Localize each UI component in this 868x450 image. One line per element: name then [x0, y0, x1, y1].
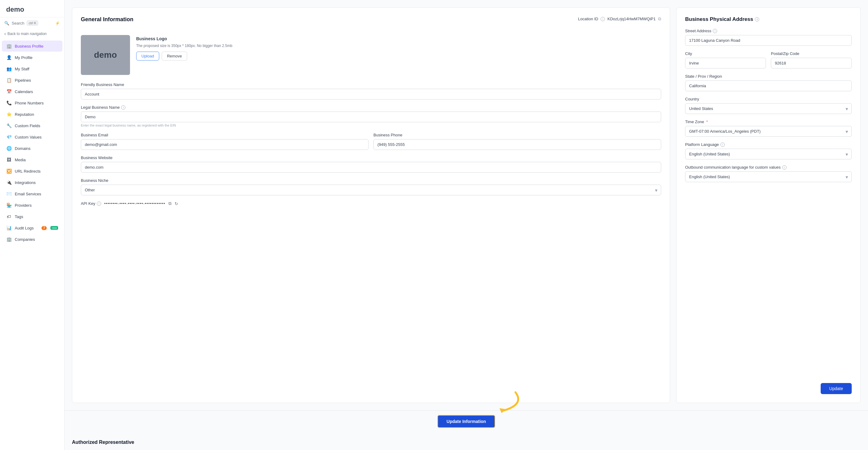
city-label: City [685, 51, 766, 56]
tags-icon: 🏷 [6, 214, 12, 219]
api-key-info-icon[interactable]: i [97, 201, 101, 206]
sidebar-item-label-audit-logs: Audit Logs [15, 226, 33, 230]
update-information-button[interactable]: Update Information [437, 415, 495, 428]
legal-business-name-input[interactable] [81, 111, 661, 122]
phone-numbers-icon: 📞 [6, 100, 12, 106]
business-niche-group: Business Niche Other [81, 178, 661, 195]
sidebar-item-integrations[interactable]: 🔌 Integrations [2, 177, 62, 188]
street-address-group: Street Address i [685, 29, 852, 46]
street-info-icon[interactable]: i [713, 29, 717, 33]
sidebar-item-label-tags: Tags [15, 215, 23, 219]
street-address-input[interactable] [685, 35, 852, 46]
update-button[interactable]: Update [821, 383, 852, 394]
email-phone-row: Business Email Business Phone [81, 133, 661, 155]
platform-language-group: Platform Language i English (United Stat… [685, 142, 852, 159]
custom-values-icon: 💎 [6, 134, 12, 140]
sidebar-item-domains[interactable]: 🌐 Domains [2, 143, 62, 154]
sidebar-item-pipelines[interactable]: 📋 Pipelines [2, 75, 62, 86]
business-phone-label: Business Phone [373, 133, 661, 137]
friendly-business-name-input[interactable] [81, 89, 661, 99]
legal-business-name-hint: Enter the exact legal business name, as … [81, 124, 661, 127]
country-wrapper: United States [685, 103, 852, 114]
logo-buttons: Upload Remove [136, 52, 232, 61]
state-group: State / Prov / Region [685, 74, 852, 91]
platform-language-select[interactable]: English (United States) [685, 149, 852, 159]
outbound-comm-select[interactable]: English (United States) [685, 171, 852, 182]
business-email-input[interactable] [81, 139, 369, 150]
sidebar-item-media[interactable]: 🖼 Media [2, 154, 62, 165]
search-bar[interactable]: 🔍 Search ctrl K ⚡ [0, 18, 64, 29]
custom-fields-icon: 🔧 [6, 123, 12, 128]
sidebar-item-providers[interactable]: 🏪 Providers [2, 200, 62, 211]
url-redirects-icon: 🔀 [6, 168, 12, 174]
copy-api-key-icon[interactable]: ⧉ [168, 201, 172, 206]
logo-text: demo [94, 50, 117, 60]
sidebar-item-label-domains: Domains [15, 146, 30, 151]
sidebar-item-label-url-redirects: URL Redirects [15, 169, 40, 173]
legal-name-info-icon[interactable]: i [121, 105, 125, 110]
location-id-value: KDozLrjq14HwM7MWQiP1 [607, 17, 656, 21]
api-key-value: ••••••••-••••-••••-••••-•••••••••••• [104, 201, 165, 206]
business-niche-select[interactable]: Other [81, 185, 661, 195]
email-services-icon: ✉️ [6, 191, 12, 197]
my-profile-icon: 👤 [6, 55, 12, 60]
required-indicator: * [706, 120, 708, 124]
my-staff-icon: 👥 [6, 66, 12, 71]
business-phone-input[interactable] [373, 139, 661, 150]
sidebar-item-custom-values[interactable]: 💎 Custom Values [2, 131, 62, 142]
refresh-api-key-icon[interactable]: ↻ [175, 201, 178, 206]
business-website-input[interactable] [81, 162, 661, 173]
general-information-panel: General Information Location ID i KDozLr… [72, 7, 670, 403]
timezone-label: Time Zone * [685, 120, 852, 124]
remove-button[interactable]: Remove [162, 52, 187, 61]
timezone-group: Time Zone * GMT-07:00 America/Los_Angele… [685, 120, 852, 137]
sidebar-item-my-profile[interactable]: 👤 My Profile [2, 52, 62, 63]
location-id-info-icon[interactable]: i [600, 17, 605, 21]
sidebar-item-label-providers: Providers [15, 203, 32, 207]
logo-hint: The proposed size is 350px * 180px. No b… [136, 43, 232, 48]
timezone-select[interactable]: GMT-07:00 America/Los_Angeles (PDT) [685, 126, 852, 137]
media-icon: 🖼 [6, 157, 12, 162]
sidebar-item-label-companies: Companies [15, 237, 35, 242]
sidebar-item-tags[interactable]: 🏷 Tags [2, 211, 62, 222]
sidebar-item-custom-fields[interactable]: 🔧 Custom Fields [2, 120, 62, 131]
companies-icon: 🏢 [6, 236, 12, 242]
state-label: State / Prov / Region [685, 74, 852, 78]
outbound-comm-label: Outbound communication language for cust… [685, 165, 852, 169]
postal-code-input[interactable] [771, 58, 852, 68]
sidebar-nav: 🏢 Business Profile 👤 My Profile 👥 My Sta… [0, 39, 64, 450]
sidebar-item-phone-numbers[interactable]: 📞 Phone Numbers [2, 97, 62, 108]
business-profile-icon: 🏢 [6, 43, 12, 49]
timezone-wrapper: GMT-07:00 America/Los_Angeles (PDT) [685, 126, 852, 137]
country-select[interactable]: United States [685, 103, 852, 114]
friendly-business-name-label: Friendly Business Name [81, 82, 661, 87]
outbound-comm-group: Outbound communication language for cust… [685, 165, 852, 182]
sidebar-item-label-phone-numbers: Phone Numbers [15, 101, 44, 105]
sidebar-item-companies[interactable]: 🏢 Companies [2, 234, 62, 245]
upload-button[interactable]: Upload [136, 52, 159, 61]
copy-location-id-icon[interactable]: ⧉ [658, 16, 661, 22]
sidebar-item-reputation[interactable]: ⭐ Reputation [2, 109, 62, 120]
business-website-label: Business Website [81, 155, 661, 160]
authorized-rep-section: Authorized Representative [65, 432, 868, 450]
sidebar-item-label-custom-values: Custom Values [15, 135, 41, 139]
sidebar-item-label-media: Media [15, 158, 26, 162]
sidebar-item-label-pipelines: Pipelines [15, 78, 31, 83]
address-info-icon[interactable]: i [755, 17, 759, 22]
city-postal-row: City Postal/Zip Code [685, 51, 852, 74]
back-navigation[interactable]: Back to main navigation [0, 29, 64, 39]
business-niche-label: Business Niche [81, 178, 661, 183]
sidebar-item-url-redirects[interactable]: 🔀 URL Redirects [2, 166, 62, 176]
sidebar-item-calendars[interactable]: 📅 Calendars [2, 86, 62, 97]
api-key-row: API Key i ••••••••-••••-••••-••••-••••••… [81, 201, 661, 206]
platform-lang-info-icon[interactable]: i [720, 142, 725, 147]
sidebar-item-business-profile[interactable]: 🏢 Business Profile [2, 40, 62, 52]
outbound-comm-info-icon[interactable]: i [782, 165, 786, 169]
postal-code-group: Postal/Zip Code [771, 51, 852, 68]
city-input[interactable] [685, 58, 766, 68]
logo-preview: demo [81, 35, 130, 75]
sidebar-item-audit-logs[interactable]: 📊 Audit Logs 7new [2, 222, 62, 233]
state-input[interactable] [685, 81, 852, 91]
sidebar-item-my-staff[interactable]: 👥 My Staff [2, 63, 62, 74]
sidebar-item-email-services[interactable]: ✉️ Email Services [2, 188, 62, 199]
